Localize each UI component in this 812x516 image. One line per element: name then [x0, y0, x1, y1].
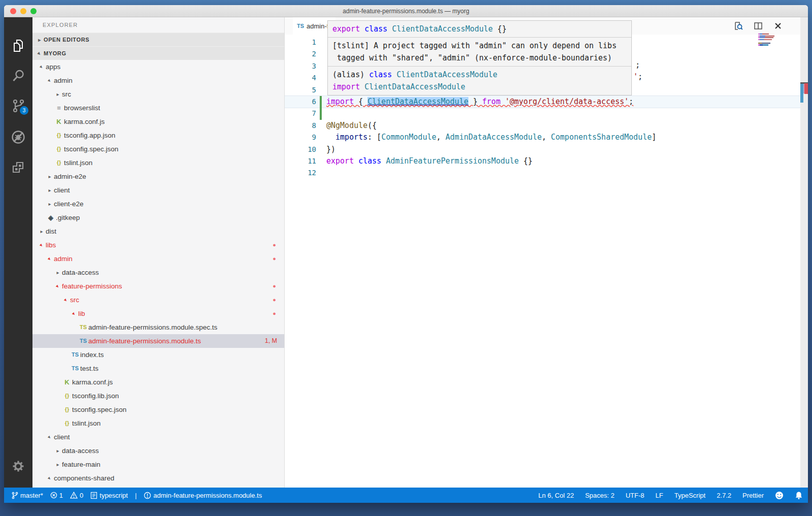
chevron-right-icon: ▸ — [38, 224, 46, 238]
tree-item-label: admin — [54, 74, 73, 87]
problem-dot: ● — [273, 293, 276, 307]
tree-file-tslint.json[interactable]: {}tslint.json — [32, 156, 284, 170]
minimap[interactable] — [758, 34, 777, 46]
typescript-file-icon: TS — [297, 23, 304, 29]
tree-folder-admin-e2e[interactable]: ▸admin-e2e — [32, 170, 284, 183]
tree-item-label: tslint.json — [64, 156, 92, 170]
tree-item-label: admin-feature-permissions.module.ts — [88, 334, 201, 348]
chevron-right-icon: ▸ — [46, 183, 54, 197]
tree-folder-data-access[interactable]: ▸data-access — [32, 266, 284, 279]
extensions-icon[interactable] — [11, 160, 25, 175]
tree-file-tslint.json[interactable]: {}tslint.json — [32, 416, 284, 430]
open-editors-header[interactable]: ▸ OPEN EDITORS — [32, 33, 284, 46]
line-number: 4 — [285, 72, 316, 84]
tree-file-browserslist[interactable]: ≡browserslist — [32, 101, 284, 115]
open-preview-icon[interactable] — [734, 21, 743, 30]
checklist-icon — [90, 492, 97, 499]
line-number: 6 — [285, 96, 316, 108]
karma-file-icon: K — [54, 115, 64, 128]
tree-folder-dist[interactable]: ▸dist — [32, 224, 284, 238]
tree-folder-apps[interactable]: ▸apps — [32, 60, 284, 74]
line-number: 1 — [285, 37, 316, 48]
tree-file-.gitkeep[interactable]: ◈.gitkeep — [32, 211, 284, 224]
tree-folder-data-access[interactable]: ▸data-access — [32, 444, 284, 458]
tree-file-admin-feature-permissions.module.ts[interactable]: TSadmin-feature-permissions.module.ts1, … — [32, 334, 284, 348]
code-line-8[interactable]: 8@NgModule({ — [285, 120, 800, 132]
tree-folder-feature-main[interactable]: ▸feature-main — [32, 458, 284, 471]
editor-group: TS admin-feature-permissions.module.ts — [285, 17, 808, 488]
linter-status[interactable]: typescript — [90, 492, 128, 499]
encoding[interactable]: UTF-8 — [626, 492, 645, 499]
chevron-right-icon: ▸ — [36, 33, 44, 47]
search-icon[interactable] — [11, 69, 25, 83]
language-mode[interactable]: TypeScript — [674, 492, 705, 499]
code-line-9[interactable]: 9 imports: [CommonModule, AdminDataAcces… — [285, 132, 800, 143]
tree-item-label: karma.conf.js — [64, 115, 105, 128]
indentation[interactable]: Spaces: 2 — [585, 492, 615, 499]
tree-item-label: .gitkeep — [56, 211, 80, 224]
tree-folder-client[interactable]: ▸client — [32, 183, 284, 197]
git-added-gutter-bar — [320, 96, 322, 108]
json-file-icon: {} — [62, 389, 72, 403]
desktop: admin-feature-permissions.module.ts — my… — [0, 0, 812, 516]
code-area[interactable]: 123456import { ClientDataAccessModule } … — [285, 35, 800, 488]
tree-file-admin-feature-permissions.module.spec.ts[interactable]: TSadmin-feature-permissions.module.spec.… — [32, 320, 284, 334]
explorer-icon[interactable] — [11, 39, 25, 53]
tree-folder-client-e2e[interactable]: ▸client-e2e — [32, 197, 284, 211]
tree-file-karma.conf.js[interactable]: Kkarma.conf.js — [32, 115, 284, 128]
feedback-smiley-icon[interactable] — [775, 491, 784, 500]
tree-folder-libs[interactable]: ▸libs● — [32, 238, 284, 252]
tree-folder-client[interactable]: ▸client — [32, 430, 284, 444]
line-number: 10 — [285, 144, 316, 155]
code-line-11[interactable]: 11export class AdminFeaturePermissionsMo… — [285, 155, 800, 167]
source-control-icon[interactable]: 3 — [11, 99, 25, 113]
code-line-7[interactable]: 7 — [285, 108, 800, 119]
tree-folder-admin[interactable]: ▸admin● — [32, 252, 284, 266]
tree-file-tsconfig.lib.json[interactable]: {}tsconfig.lib.json — [32, 389, 284, 403]
chevron-right-icon: ▸ — [54, 458, 62, 471]
code-line-6[interactable]: 6import { ClientDataAccessModule } from … — [285, 96, 800, 108]
settings-gear-icon[interactable] — [11, 459, 25, 473]
tree-file-test.ts[interactable]: TStest.ts — [32, 362, 284, 375]
tree-file-tsconfig.spec.json[interactable]: {}tsconfig.spec.json — [32, 142, 284, 156]
tree-item-label: tsconfig.app.json — [64, 128, 115, 142]
problems-file-indicator[interactable]: admin-feature-permissions.module.ts — [144, 492, 262, 499]
info-icon — [144, 492, 151, 499]
error-count[interactable]: 1 — [50, 492, 63, 499]
eol-sequence[interactable]: LF — [656, 492, 663, 499]
tree-item-label: index.ts — [80, 348, 104, 362]
tree-item-label: test.ts — [80, 362, 98, 375]
code-line-10[interactable]: 10}) — [285, 144, 800, 155]
tree-folder-src[interactable]: ▸src● — [32, 293, 284, 307]
tree-folder-components-shared[interactable]: ▸components-shared — [32, 471, 284, 485]
workspace-header[interactable]: ▸ MYORG — [32, 46, 284, 60]
typescript-version[interactable]: 2.7.2 — [717, 492, 731, 499]
git-file-icon: ◈ — [46, 211, 56, 224]
line-number: 7 — [285, 108, 316, 119]
sidebar-title: EXPLORER — [32, 17, 284, 33]
warning-count[interactable]: 0 — [70, 492, 83, 499]
tree-file-karma.conf.js[interactable]: Kkarma.conf.js — [32, 375, 284, 389]
warning-icon — [70, 492, 78, 499]
tree-folder-feature-permissions[interactable]: ▸feature-permissions● — [32, 279, 284, 293]
ts-blue-file-icon: TS — [70, 362, 80, 375]
split-editor-icon[interactable] — [754, 21, 763, 30]
tree-folder-lib[interactable]: ▸lib● — [32, 307, 284, 320]
close-editor-icon[interactable] — [773, 21, 783, 30]
tree-item-label: admin — [54, 252, 73, 266]
debug-icon[interactable] — [11, 130, 25, 144]
tree-folder-src[interactable]: ▸src — [32, 87, 284, 101]
tree-file-tsconfig.app.json[interactable]: {}tsconfig.app.json — [32, 128, 284, 142]
notifications-bell-icon[interactable] — [795, 491, 803, 500]
tree-item-label: client — [54, 430, 70, 444]
formatter[interactable]: Prettier — [742, 492, 764, 499]
overview-ruler[interactable] — [800, 17, 808, 488]
cursor-position[interactable]: Ln 6, Col 22 — [538, 492, 574, 499]
vscode-window: admin-feature-permissions.module.ts — my… — [4, 5, 808, 503]
tree-file-index.ts[interactable]: TSindex.ts — [32, 348, 284, 362]
tree-file-tsconfig.spec.json[interactable]: {}tsconfig.spec.json — [32, 403, 284, 416]
code-line-12[interactable]: 12 — [285, 167, 800, 179]
tree-folder-admin[interactable]: ▸admin — [32, 74, 284, 87]
json-file-icon: {} — [62, 403, 72, 416]
git-branch-indicator[interactable]: master* — [11, 492, 43, 499]
